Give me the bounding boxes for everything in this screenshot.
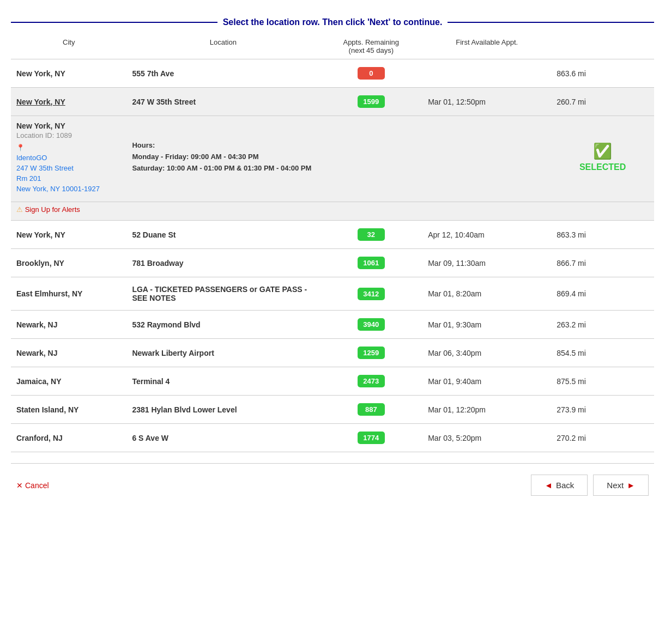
address-line1-link[interactable]: 247 W 35th Street: [16, 164, 121, 172]
first-appt: Mar 03, 5:20pm: [428, 434, 481, 442]
appts-badge: 887: [358, 403, 385, 416]
distance: 863.6 mi: [557, 69, 586, 78]
appts-badge: 1061: [358, 257, 385, 269]
location-name: 555 7th Ave: [132, 69, 174, 78]
first-appt: Mar 01, 8:20am: [428, 289, 481, 298]
alert-row: ⚠ Sign Up for Alerts: [11, 202, 654, 221]
selected-text: SELECTED: [579, 162, 626, 172]
city-name: Newark, NJ: [16, 349, 57, 357]
city-name: New York, NY: [16, 98, 65, 106]
detail-hours: Hours: Monday - Friday: 09:00 AM - 04:30…: [132, 140, 546, 174]
table-row[interactable]: New York, NY 247 W 35th Street 1599 Mar …: [11, 88, 654, 116]
col-header-first-appt: First Available Appt.: [422, 34, 551, 59]
next-arrow-icon: ►: [627, 481, 635, 490]
footer: ✕ Cancel ◄ Back Next ►: [11, 463, 654, 501]
appts-badge: 3412: [358, 288, 385, 300]
nav-buttons: ◄ Back Next ►: [531, 475, 649, 496]
distance: 263.2 mi: [557, 320, 586, 329]
cancel-x-icon: ✕: [16, 481, 23, 490]
address-line3-link[interactable]: New York, NY 10001-1927: [16, 185, 121, 193]
identogo-link[interactable]: IdentoGO: [16, 154, 121, 162]
hours-title: Hours:: [132, 140, 546, 151]
next-label: Next: [607, 481, 624, 490]
back-arrow-icon: ◄: [545, 481, 553, 490]
selected-badge: ✅ SELECTED: [557, 142, 649, 172]
distance: 863.3 mi: [557, 230, 586, 239]
city-name: East Elmhurst, NY: [16, 289, 82, 298]
location-name: 247 W 35th Street: [132, 98, 196, 106]
detail-row: New York, NY Location ID: 1089 📍 IdentoG…: [11, 116, 654, 202]
distance: 866.7 mi: [557, 259, 586, 268]
back-button[interactable]: ◄ Back: [531, 475, 588, 496]
detail-hours-cell: Hours: Monday - Friday: 09:00 AM - 04:30…: [126, 116, 551, 202]
distance: 854.5 mi: [557, 349, 586, 357]
back-label: Back: [556, 481, 574, 490]
table-row[interactable]: East Elmhurst, NY LGA - TICKETED PASSENG…: [11, 277, 654, 311]
page-wrapper: Select the location row. Then click 'Nex…: [0, 0, 665, 644]
appts-badge: 0: [358, 67, 385, 80]
appts-badge: 32: [358, 228, 385, 241]
table-row[interactable]: New York, NY 52 Duane St 32 Apr 12, 10:4…: [11, 221, 654, 249]
city-name: Brooklyn, NY: [16, 259, 64, 268]
col-header-distance: [551, 34, 654, 59]
appts-badge: 1599: [358, 95, 385, 108]
distance: 270.2 mi: [557, 434, 586, 442]
distance: 273.9 mi: [557, 405, 586, 414]
first-appt: Mar 09, 11:30am: [428, 259, 486, 268]
city-name: New York, NY: [16, 230, 65, 239]
city-name: Newark, NJ: [16, 320, 57, 329]
cancel-label: Cancel: [25, 481, 49, 490]
selected-badge-cell: ✅ SELECTED: [551, 116, 654, 202]
col-header-location: Location: [126, 34, 319, 59]
appts-header-text: Appts. Remaining: [325, 38, 417, 46]
appts-header-sub: (next 45 days): [325, 46, 417, 54]
first-appt: Mar 01, 12:20pm: [428, 405, 486, 414]
header-line-left: [11, 22, 217, 23]
appts-badge: 3940: [358, 318, 385, 331]
location-name: 532 Raymond Blvd: [132, 320, 200, 329]
first-appt: Apr 12, 10:40am: [428, 230, 485, 239]
location-name: 6 S Ave W: [132, 434, 168, 442]
address-line2-link[interactable]: Rm 201: [16, 174, 121, 183]
location-name: 52 Duane St: [132, 230, 176, 239]
cancel-button[interactable]: ✕ Cancel: [16, 481, 49, 490]
location-name: Newark Liberty Airport: [132, 349, 214, 357]
distance: 260.7 mi: [557, 98, 586, 106]
first-appt: Mar 01, 9:30am: [428, 320, 481, 329]
appts-badge: 1774: [358, 432, 385, 444]
alert-icon: ⚠: [16, 205, 23, 214]
sign-up-alerts-link[interactable]: Sign Up for Alerts: [25, 205, 80, 214]
alert-cell: ⚠ Sign Up for Alerts: [11, 202, 654, 221]
table-row[interactable]: Cranford, NJ 6 S Ave W 1774 Mar 03, 5:20…: [11, 424, 654, 452]
locations-table: City Location Appts. Remaining (next 45 …: [11, 34, 654, 452]
first-appt: Mar 01, 9:40am: [428, 377, 481, 386]
table-row[interactable]: Brooklyn, NY 781 Broadway 1061 Mar 09, 1…: [11, 249, 654, 277]
table-row[interactable]: Jamaica, NY Terminal 4 2473 Mar 01, 9:40…: [11, 367, 654, 396]
detail-location-id: Location ID: 1089: [16, 131, 121, 139]
city-name: Staten Island, NY: [16, 405, 78, 414]
instruction-text: Select the location row. Then click 'Nex…: [223, 17, 443, 27]
first-appt: Mar 06, 3:40pm: [428, 349, 481, 357]
pin-icon: 📍: [16, 144, 25, 151]
table-row[interactable]: Newark, NJ Newark Liberty Airport 1259 M…: [11, 339, 654, 367]
appts-badge: 1259: [358, 347, 385, 359]
table-row[interactable]: New York, NY 555 7th Ave 0 863.6 mi: [11, 59, 654, 88]
distance: 875.5 mi: [557, 377, 586, 386]
col-header-appts: Appts. Remaining (next 45 days): [319, 34, 422, 59]
city-name: Cranford, NJ: [16, 434, 63, 442]
city-name: Jamaica, NY: [16, 377, 62, 386]
next-button[interactable]: Next ►: [593, 475, 649, 496]
location-name: 781 Broadway: [132, 259, 183, 268]
city-name: New York, NY: [16, 69, 65, 78]
location-name: 2381 Hylan Blvd Lower Level: [132, 405, 237, 414]
header-instruction-bar: Select the location row. Then click 'Nex…: [11, 11, 654, 34]
header-line-right: [448, 22, 654, 23]
detail-city: New York, NY: [16, 121, 121, 130]
hours-line1: Monday - Friday: 09:00 AM - 04:30 PM: [132, 151, 546, 163]
location-name: LGA - TICKETED PASSENGERS or GATE PASS -…: [132, 285, 307, 302]
table-row[interactable]: Newark, NJ 532 Raymond Blvd 3940 Mar 01,…: [11, 311, 654, 339]
hours-line2: Saturday: 10:00 AM - 01:00 PM & 01:30 PM…: [132, 163, 546, 174]
appts-badge: 2473: [358, 375, 385, 387]
selected-check-icon: ✅: [593, 142, 612, 160]
table-row[interactable]: Staten Island, NY 2381 Hylan Blvd Lower …: [11, 396, 654, 424]
